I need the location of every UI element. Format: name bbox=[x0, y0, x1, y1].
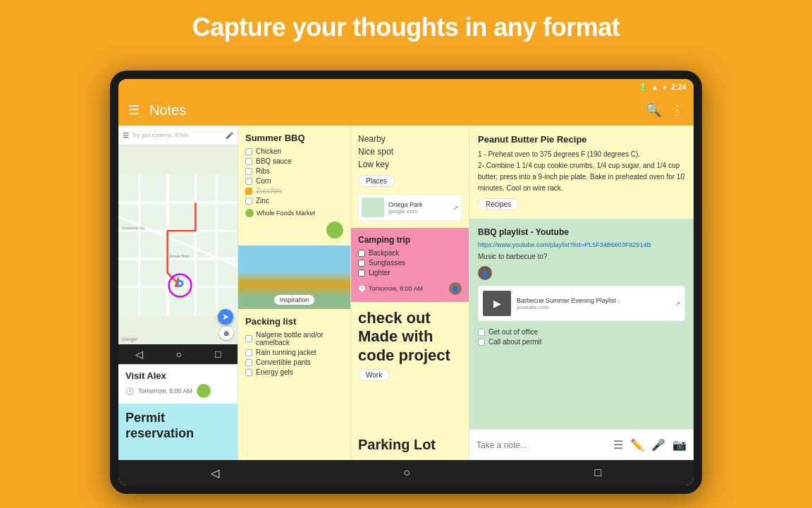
camping-time: Tomorrow, 8:00 AM bbox=[369, 285, 423, 292]
packing-item-3: Convertible pants bbox=[245, 358, 343, 366]
pencil-icon[interactable]: ✏️ bbox=[630, 438, 644, 452]
fab-button[interactable]: ➤ bbox=[218, 309, 233, 325]
recents-icon[interactable]: □ bbox=[215, 349, 221, 360]
signal-icon: ● bbox=[663, 83, 667, 91]
places-tag[interactable]: Places bbox=[358, 175, 395, 187]
svg-text:Charleston Rd: Charleston Rd bbox=[122, 226, 144, 230]
col3: Nearby Nice spot Low key Places Ortega P… bbox=[351, 126, 469, 460]
nearby-text: Nearby Nice spot Low key bbox=[358, 133, 462, 171]
inspiration-tag: Inspiration bbox=[274, 295, 315, 305]
bbq-card: Summer BBQ Chicken BBQ sauce Ribs bbox=[238, 126, 350, 246]
parking-card: Parking Lot bbox=[351, 430, 469, 460]
playlist-url: https://www.youtube.com/playlist?list=PL… bbox=[478, 241, 685, 248]
app-bar: ☰ Notes 🔍 ⋮ bbox=[118, 95, 694, 126]
map-thumb bbox=[362, 198, 384, 217]
status-time: 2:24 bbox=[671, 83, 687, 91]
call-permit-item: Call about permit bbox=[478, 338, 685, 346]
visit-alex-title: Visit Alex bbox=[125, 370, 230, 381]
recipe-card: Peanut Butter Pie Recipe 1 - Preheat ove… bbox=[469, 126, 694, 219]
bottom-nav: ◁ ○ □ bbox=[118, 460, 694, 485]
tablet-outer: 🔋 ▲ ● 2:24 ☰ Notes 🔍 ⋮ ☰ Try gas sta bbox=[110, 71, 702, 494]
phone-mockup: ☰ Try gas stations, ATMs 🎤 bbox=[118, 126, 238, 364]
recipe-steps: 1 - Preheat oven to 375 degrees F (190 d… bbox=[478, 149, 685, 194]
playlist-description: Music to barbecue to? bbox=[478, 253, 685, 260]
nearby-card: Nearby Nice spot Low key Places Ortega P… bbox=[351, 126, 469, 228]
packing-title: Packing list bbox=[245, 316, 343, 327]
clock-icon: 🕐 bbox=[125, 387, 134, 395]
col1: ☰ Try gas stations, ATMs 🎤 bbox=[118, 126, 238, 460]
whole-foods-label: Whole Foods Market bbox=[257, 210, 315, 217]
map-search-bar: ☰ Try gas stations, ATMs 🎤 bbox=[118, 126, 238, 145]
tablet-screen: 🔋 ▲ ● 2:24 ☰ Notes 🔍 ⋮ ☰ Try gas sta bbox=[118, 79, 694, 485]
bbq-item-ribs: Ribs bbox=[245, 167, 343, 175]
playlist-title: BBQ playlist - Youtube bbox=[478, 227, 685, 237]
camping-card: Camping trip Backpack Sunglasses Lighter bbox=[351, 228, 469, 302]
permit-card: Permit reservation bbox=[118, 404, 238, 460]
camping-avatar: 👤 bbox=[449, 282, 462, 295]
col4: Peanut Butter Pie Recipe 1 - Preheat ove… bbox=[469, 126, 694, 460]
recipes-tag[interactable]: Recipes bbox=[478, 198, 519, 210]
external-link-icon: ↗ bbox=[453, 204, 458, 212]
camping-title: Camping trip bbox=[358, 235, 462, 245]
bbq-item-corn: Corn bbox=[245, 177, 343, 185]
link-url: google.com bbox=[388, 208, 423, 214]
playlist-link-title: Barbecue Summer Evening Playlist · bbox=[517, 297, 620, 304]
shared-avatar bbox=[326, 222, 343, 238]
home-icon[interactable]: ○ bbox=[176, 349, 182, 360]
bbq-item-zinc: Zinc bbox=[245, 197, 343, 205]
packing-card: Packing list Nalgene bottle and/or camel… bbox=[238, 309, 350, 460]
ortega-park-link[interactable]: Ortega Park google.com ↗ bbox=[358, 194, 462, 221]
playlist-thumb: ▶ bbox=[483, 291, 511, 316]
work-tag[interactable]: Work bbox=[358, 369, 390, 381]
playlist-link-card[interactable]: ▶ Barbecue Summer Evening Playlist · you… bbox=[478, 286, 685, 321]
parking-text: Parking Lot bbox=[358, 437, 462, 453]
camping-item-sunglasses: Sunglasses bbox=[358, 259, 462, 267]
hamburger-icon: ☰ bbox=[123, 131, 129, 139]
home-nav-icon[interactable]: ○ bbox=[403, 466, 410, 479]
back-nav-icon[interactable]: ◁ bbox=[211, 466, 219, 480]
col2: Summer BBQ Chicken BBQ sauce Ribs bbox=[238, 126, 351, 460]
mic-input-icon[interactable]: 🎤 bbox=[651, 438, 665, 452]
search-placeholder: Try gas stations, ATMs bbox=[132, 132, 223, 138]
more-icon[interactable]: ⋮ bbox=[671, 102, 684, 118]
battery-icon: 🔋 bbox=[639, 83, 647, 91]
headline: Capture your thoughts in any format bbox=[0, 0, 812, 51]
list-icon[interactable]: ☰ bbox=[613, 438, 623, 452]
phone-nav-bar: ◁ ○ □ bbox=[118, 344, 238, 364]
recents-nav-icon[interactable]: □ bbox=[595, 466, 602, 479]
camping-clock-icon: 🕐 bbox=[358, 285, 366, 292]
packing-item-4: Energy gels bbox=[245, 368, 343, 376]
playlist-link-url: youtube.com bbox=[517, 304, 620, 310]
whole-foods-dot bbox=[245, 209, 254, 217]
map-area: Charleston Rd Google Pkwy ⊕ ➤ Google bbox=[118, 145, 238, 344]
note-input-bar: ☰ ✏️ 🎤 📷 bbox=[469, 429, 694, 460]
mic-icon: 🎤 bbox=[226, 132, 233, 139]
user-avatar-row: 👤 bbox=[478, 266, 685, 280]
search-icon[interactable]: 🔍 bbox=[646, 102, 661, 118]
camping-item-lighter: Lighter bbox=[358, 269, 462, 277]
camera-icon[interactable]: 📷 bbox=[672, 438, 687, 452]
bbq-title: Summer BBQ bbox=[245, 133, 343, 143]
link-title: Ortega Park bbox=[388, 201, 423, 208]
content-area: ☰ Try gas stations, ATMs 🎤 bbox=[118, 126, 694, 460]
locate-button[interactable]: ⊕ bbox=[219, 326, 233, 340]
back-icon[interactable]: ◁ bbox=[135, 349, 143, 360]
bbq-item-bbq-sauce: BBQ sauce bbox=[245, 157, 343, 165]
status-bar: 🔋 ▲ ● 2:24 bbox=[118, 79, 694, 95]
user-avatar: 👤 bbox=[478, 266, 492, 280]
svg-text:Google Pkwy: Google Pkwy bbox=[169, 255, 190, 258]
google-logo: Google bbox=[121, 337, 137, 341]
inspiration-image: Inspiration bbox=[238, 246, 350, 309]
svg-rect-0 bbox=[118, 175, 238, 315]
playlist-card: BBQ playlist - Youtube https://www.youtu… bbox=[469, 219, 694, 429]
app-title: Notes bbox=[149, 102, 636, 119]
visit-alex-time: Tomorrow, 8:00 AM bbox=[138, 387, 192, 394]
getout-item: Get out of office bbox=[478, 328, 685, 336]
take-note-input[interactable] bbox=[476, 440, 606, 450]
visit-alex-card: Visit Alex 🕐 Tomorrow, 8:00 AM bbox=[118, 364, 238, 404]
checkout-card: check out Made with code project Work bbox=[351, 302, 469, 430]
menu-icon[interactable]: ☰ bbox=[128, 102, 140, 118]
bbq-item-chicken: Chicken bbox=[245, 147, 343, 155]
permit-title: Permit reservation bbox=[125, 411, 230, 441]
recipe-title: Peanut Butter Pie Recipe bbox=[478, 134, 685, 145]
